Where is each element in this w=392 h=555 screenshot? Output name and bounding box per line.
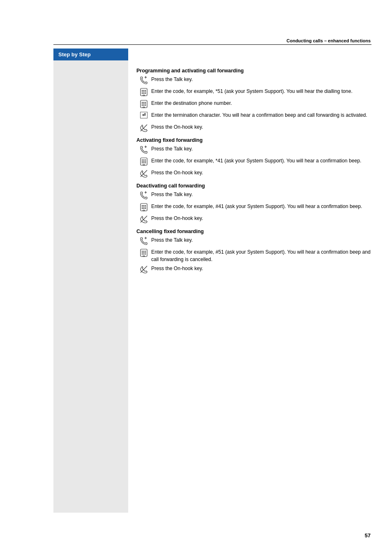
onhook-icon xyxy=(136,169,151,178)
keypad-icon xyxy=(136,88,151,97)
svg-rect-51 xyxy=(142,252,143,253)
svg-rect-41 xyxy=(145,207,146,208)
svg-rect-14 xyxy=(145,102,146,103)
onhook-icon xyxy=(136,265,151,273)
svg-rect-7 xyxy=(142,93,143,94)
svg-rect-27 xyxy=(142,161,143,162)
step-desc: Press the Talk key. xyxy=(151,236,371,244)
header-title: Conducting calls – enhanced functions xyxy=(286,38,371,43)
term-icon: ⏎ xyxy=(136,111,151,118)
step-row: Enter the code, for example, *41 (ask yo… xyxy=(136,157,371,168)
svg-rect-40 xyxy=(143,207,145,208)
step-desc: Enter the code, for example, #41 (ask yo… xyxy=(151,203,371,210)
svg-rect-48 xyxy=(142,251,143,252)
step-desc: Enter the code, for example, #51 (ask yo… xyxy=(151,248,371,264)
step-row: Press the On-hook key. xyxy=(136,169,371,180)
svg-rect-49 xyxy=(143,251,145,252)
svg-rect-4 xyxy=(142,92,143,92)
step-row: Enter the code, for example, #51 (ask yo… xyxy=(136,248,371,264)
section-activating: Activating fixed forwarding Press the Ta… xyxy=(136,137,371,180)
onhook-icon xyxy=(136,215,151,223)
termination-char-icon: ⏎ xyxy=(140,112,148,118)
svg-rect-3 xyxy=(145,90,146,91)
step-row: ⏎ Enter the termination character. You w… xyxy=(136,111,371,122)
svg-rect-9 xyxy=(145,93,146,94)
section-cancelling: Cancelling fixed forwarding Press the Ta… xyxy=(136,229,371,275)
step-row: Enter the destination phone number. xyxy=(136,99,371,110)
svg-point-10 xyxy=(143,95,145,96)
step-desc: Enter the code, for example, *41 (ask yo… xyxy=(151,157,371,164)
keypad-icon xyxy=(136,157,151,166)
svg-rect-30 xyxy=(142,162,143,163)
svg-rect-15 xyxy=(142,104,143,104)
svg-rect-18 xyxy=(142,105,143,106)
svg-rect-37 xyxy=(143,205,145,206)
talk-icon xyxy=(136,191,151,199)
svg-point-33 xyxy=(143,164,145,165)
step-desc: Press the Talk key. xyxy=(151,76,371,83)
onhook-icon xyxy=(136,123,151,132)
svg-rect-2 xyxy=(143,90,145,91)
step-row: Press the On-hook key. xyxy=(136,215,371,225)
header-rule xyxy=(53,44,371,45)
svg-rect-43 xyxy=(143,208,145,209)
page-container: Conducting calls – enhanced functions St… xyxy=(0,0,392,555)
svg-rect-29 xyxy=(145,161,146,162)
svg-rect-53 xyxy=(145,252,146,253)
svg-rect-1 xyxy=(142,90,143,91)
page-number: 57 xyxy=(365,532,371,539)
step-desc: Press the On-hook key. xyxy=(151,123,371,131)
keypad-icon-2 xyxy=(136,99,151,109)
svg-rect-19 xyxy=(143,105,145,106)
keypad-icon xyxy=(136,203,151,212)
svg-rect-44 xyxy=(145,208,146,209)
step-row: Press the Talk key. xyxy=(136,76,371,86)
svg-rect-25 xyxy=(143,160,145,160)
svg-point-45 xyxy=(143,210,145,211)
svg-rect-13 xyxy=(143,102,145,103)
svg-rect-36 xyxy=(142,205,143,206)
step-row: Enter the code, for example, *51 (ask yo… xyxy=(136,88,371,98)
step-desc: Press the On-hook key. xyxy=(151,169,371,176)
step-row: Press the Talk key. xyxy=(136,191,371,201)
svg-point-21 xyxy=(143,107,145,108)
svg-rect-28 xyxy=(143,161,145,162)
step-desc: Press the Talk key. xyxy=(151,191,371,198)
content-wrapper: Step by Step Programming and activating … xyxy=(53,49,371,513)
svg-rect-16 xyxy=(143,104,145,104)
svg-rect-24 xyxy=(142,160,143,160)
step-desc: Press the Talk key. xyxy=(151,145,371,153)
svg-rect-50 xyxy=(145,251,146,252)
svg-rect-32 xyxy=(145,162,146,163)
left-sidebar xyxy=(53,60,128,513)
talk-icon xyxy=(136,76,151,84)
section-activating-title: Activating fixed forwarding xyxy=(136,137,371,143)
section-deactivating: Deactivating call forwarding Press the T… xyxy=(136,183,371,225)
talk-icon xyxy=(136,236,151,245)
step-row: Press the Talk key. xyxy=(136,145,371,156)
svg-rect-38 xyxy=(145,205,146,206)
svg-rect-55 xyxy=(143,254,145,254)
svg-rect-31 xyxy=(143,162,145,163)
section-programming: Programming and activating call forwardi… xyxy=(136,68,371,134)
svg-rect-52 xyxy=(143,252,145,253)
step-by-step-label: Step by Step xyxy=(53,49,128,60)
step-row: Press the On-hook key. xyxy=(136,123,371,134)
step-desc: Press the On-hook key. xyxy=(151,215,371,222)
step-desc: Enter the code, for example, *51 (ask yo… xyxy=(151,88,371,95)
step-desc: Press the On-hook key. xyxy=(151,265,371,272)
main-content: Programming and activating call forwardi… xyxy=(53,60,371,513)
svg-rect-56 xyxy=(145,254,146,254)
svg-rect-8 xyxy=(143,93,145,94)
svg-rect-39 xyxy=(142,207,143,208)
svg-rect-12 xyxy=(142,102,143,103)
section-programming-title: Programming and activating call forwardi… xyxy=(136,68,371,74)
svg-rect-5 xyxy=(143,92,145,92)
step-row: Press the Talk key. xyxy=(136,236,371,247)
talk-icon xyxy=(136,145,151,154)
keypad-icon xyxy=(136,248,151,258)
section-deactivating-title: Deactivating call forwarding xyxy=(136,183,371,189)
step-row: Enter the code, for example, #41 (ask yo… xyxy=(136,203,371,213)
svg-rect-54 xyxy=(142,254,143,254)
step-desc: Enter the destination phone number. xyxy=(151,99,371,107)
